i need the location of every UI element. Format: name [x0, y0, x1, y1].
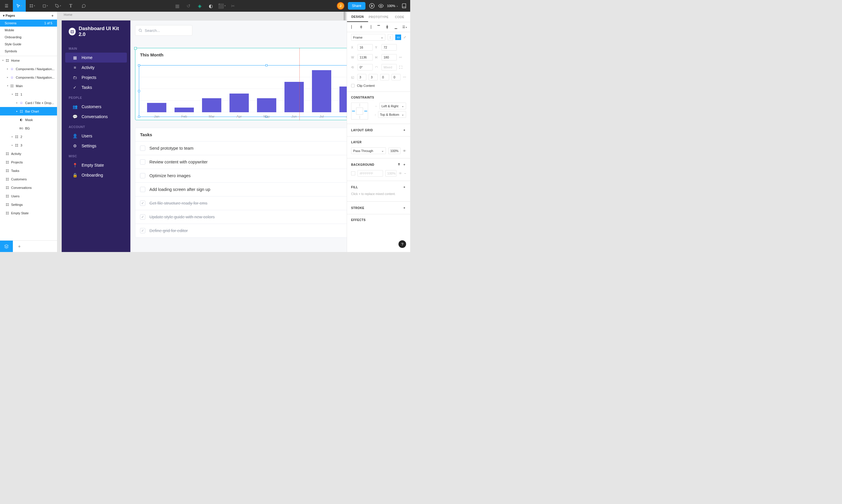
task-checkbox[interactable] — [140, 159, 145, 165]
layer-row[interactable]: Activity — [0, 149, 57, 158]
page-item[interactable]: Style Guide — [0, 41, 57, 48]
assets-tab[interactable]: ◈ — [13, 240, 26, 252]
align-bottom-icon[interactable]: ▁ — [393, 25, 398, 29]
crop-icon[interactable]: ✂ — [228, 0, 238, 12]
nav-users[interactable]: 👤Users — [65, 131, 127, 141]
layer-row[interactable]: Users — [0, 192, 57, 200]
nav-empty-state[interactable]: 📍Empty State — [65, 160, 127, 170]
task-row[interactable]: Add loading screen after sign up14 July — [136, 182, 347, 196]
zoom-level[interactable]: 100% ▾ — [387, 4, 398, 7]
task-checkbox[interactable] — [140, 187, 145, 192]
task-row[interactable]: Send prototype to teamToday📎 — [136, 141, 347, 155]
search-input[interactable]: Search... — [135, 25, 192, 36]
layer-row[interactable]: Empty State — [0, 209, 57, 217]
bg-opacity-input[interactable]: 100% — [385, 170, 396, 177]
help-button[interactable]: ? — [398, 240, 406, 248]
nav-conversations[interactable]: 💬Conversations — [65, 112, 127, 122]
bg-remove-icon[interactable]: − — [404, 172, 406, 175]
task-checkbox[interactable]: ✓ — [140, 228, 145, 233]
h-input[interactable]: 180 — [381, 54, 397, 60]
tab-prototype[interactable]: PROTOTYPE — [368, 12, 389, 22]
layer-row[interactable]: ▸◇Card / Title + Drop... — [0, 98, 57, 107]
tab-code[interactable]: CODE — [389, 12, 410, 22]
tab-design[interactable]: DESIGN — [347, 12, 368, 22]
components-icon[interactable]: ▦ — [173, 0, 182, 12]
r2-input[interactable]: 3 — [369, 74, 378, 80]
layer-row[interactable]: Customers — [0, 175, 57, 183]
layer-row[interactable]: ▸◇Components / Navigation... — [0, 65, 57, 73]
constraint-v-select[interactable]: Top & Bottom⌄ — [378, 111, 406, 118]
expand-radius-icon[interactable]: ⛶ — [399, 66, 402, 69]
user-avatar[interactable]: J — [337, 2, 344, 10]
style-icon[interactable]: ⠿ — [398, 163, 400, 166]
task-row[interactable]: ✓Define grid for editor24 June — [136, 224, 347, 237]
bg-hex-input[interactable]: #FFFFFF — [358, 170, 383, 177]
add-bg-icon[interactable]: ＋ — [403, 163, 406, 166]
layer-row[interactable]: Tasks — [0, 166, 57, 175]
nav-home[interactable]: ▦Home — [65, 53, 127, 62]
share-button[interactable]: Share — [348, 2, 365, 10]
layer-row[interactable]: ◐Mask — [0, 115, 57, 124]
layer-row[interactable]: ▾Home — [0, 56, 57, 65]
boolean-icon[interactable]: ◈ — [195, 0, 205, 12]
breadcrumb[interactable]: Home — [64, 13, 72, 16]
align-hcenter-icon[interactable]: ┿ — [359, 25, 364, 29]
frame-type-select[interactable]: Frame⌄ — [351, 34, 385, 41]
orientation-landscape-icon[interactable]: ▭ — [395, 35, 401, 40]
layer-row[interactable]: ▾Main — [0, 82, 57, 90]
pen-tool[interactable]: ▾ — [51, 0, 64, 12]
layer-row[interactable]: Settings — [0, 200, 57, 209]
shape-tool[interactable]: ▾ — [39, 0, 51, 12]
nav-projects[interactable]: 🗀Projects — [65, 72, 127, 83]
visibility-icon[interactable]: 👁 — [403, 149, 406, 152]
comment-tool[interactable] — [77, 0, 90, 12]
rotation-input[interactable]: 0° — [358, 64, 373, 70]
align-left-icon[interactable]: ▏ — [350, 25, 355, 29]
chart-card[interactable]: This Month JanFebMarAprMayJunJulAug — [135, 48, 347, 120]
layer-row[interactable]: ▸2 — [0, 132, 57, 141]
page-item[interactable]: Symbols — [0, 48, 57, 55]
task-row[interactable]: Optimize hero images16 July📎 — [136, 169, 347, 182]
task-checkbox[interactable] — [140, 146, 145, 151]
nav-customers[interactable]: 👥Customers — [65, 102, 127, 112]
page-item[interactable]: Screens1 of 5 — [0, 20, 57, 26]
add-page-icon[interactable]: ＋ — [51, 14, 54, 18]
blend-select[interactable]: Pass Through⌄ — [351, 147, 386, 154]
page-item[interactable]: Mobile — [0, 26, 57, 34]
align-top-icon[interactable]: ▔ — [376, 25, 381, 29]
y-input[interactable]: 72 — [381, 44, 397, 51]
layer-row[interactable]: ▸Bar Chart — [0, 107, 57, 115]
frame-tool[interactable]: ▾ — [26, 0, 39, 12]
layer-row[interactable]: ▸3 — [0, 141, 57, 149]
link-icon[interactable]: ⚯ — [399, 56, 402, 59]
task-checkbox[interactable]: ✓ — [140, 214, 145, 219]
add-fill-icon[interactable]: ＋ — [403, 185, 406, 189]
nav-onboarding[interactable]: 🔒Onboarding — [65, 170, 127, 180]
clip-checkbox[interactable] — [351, 84, 355, 87]
distribute-icon[interactable]: ☰▾ — [402, 25, 407, 29]
text-tool[interactable]: T — [64, 0, 77, 12]
reset-icon[interactable]: ↺ — [184, 0, 194, 12]
opacity-input[interactable]: 100% — [388, 148, 400, 154]
pages-header[interactable]: ▾ Pages ＋ — [0, 12, 57, 20]
task-row[interactable]: ✓Get file structure ready for cms28 June — [136, 196, 347, 210]
nav-activity[interactable]: ≡Activity — [65, 62, 127, 72]
r3-input[interactable]: 0 — [380, 74, 389, 80]
add-stroke-icon[interactable]: ＋ — [403, 206, 406, 210]
task-checkbox[interactable] — [140, 173, 145, 178]
mask-icon[interactable]: ◐ — [206, 0, 216, 12]
library-icon[interactable] — [401, 3, 407, 8]
move-tool[interactable]: ▾ — [13, 0, 26, 12]
eye-icon[interactable] — [378, 3, 383, 8]
canvas[interactable]: Home ⊡ Dashboard UI Kit 2.0 MAIN ▦Home ≡… — [57, 12, 347, 252]
union-icon[interactable]: ⬛▾ — [217, 0, 227, 12]
x-input[interactable]: 16 — [358, 44, 373, 51]
orientation-portrait-icon[interactable]: ▯ — [388, 34, 393, 40]
layer-row[interactable]: Conversations — [0, 183, 57, 192]
align-right-icon[interactable]: ▕ — [367, 25, 373, 29]
bg-swatch[interactable] — [351, 171, 355, 175]
task-checkbox[interactable]: ✓ — [140, 201, 145, 206]
layer-row[interactable]: BGBG — [0, 124, 57, 132]
layer-row[interactable]: ▾1 — [0, 90, 57, 98]
nav-settings[interactable]: ⚙Settings — [65, 141, 127, 151]
